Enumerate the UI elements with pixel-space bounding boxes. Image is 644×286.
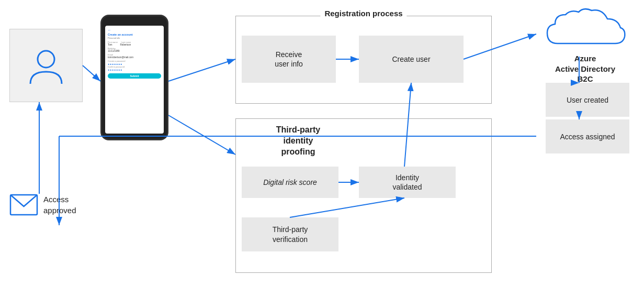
phone-subtitle: Personal info	[108, 37, 161, 39]
identity-validated-label: Identityvalidated	[392, 173, 422, 192]
phone-submit-button[interactable]: Submit	[108, 73, 161, 79]
digital-risk-score-label: Digital risk score	[263, 178, 317, 187]
create-user-box: Create user	[359, 36, 464, 83]
third-party-verification-box: Third-partyverification	[242, 217, 338, 251]
azure-cloud-area: AzureActive DirectoryB2C	[537, 4, 634, 84]
registration-process-title: Registration process	[320, 9, 406, 18]
phone-field-value-name: Tom Robertson	[108, 43, 161, 46]
azure-title: AzureActive DirectoryB2C	[537, 53, 634, 84]
third-party-verification-label: Third-partyverification	[273, 225, 308, 244]
receive-user-info-label: Receiveuser info	[275, 50, 303, 69]
arrow-phone-to-reg	[168, 59, 235, 81]
cloud-icon	[537, 4, 634, 57]
user-created-box: User created	[546, 83, 629, 117]
diagram: ← Create an account Personal info First …	[0, 0, 644, 286]
envelope-icon	[9, 194, 38, 216]
arrow-phone-to-thirdparty	[168, 115, 235, 155]
phone-back-arrow: ←	[108, 28, 161, 32]
create-user-label: Create user	[392, 54, 430, 64]
arrow-user-to-phone	[83, 65, 100, 81]
user-created-label: User created	[567, 96, 608, 104]
access-assigned-label: Access assigned	[560, 133, 615, 141]
access-approved-area: Access approved	[9, 194, 101, 216]
digital-risk-score-box: Digital risk score	[242, 167, 338, 198]
phone: ← Create an account Personal info First …	[100, 15, 168, 140]
svg-point-0	[38, 51, 54, 68]
phone-dots-cpw: ●●●●●●●	[108, 68, 161, 71]
receive-user-info-box: Receiveuser info	[242, 36, 336, 83]
user-box	[9, 29, 83, 102]
phone-title: Create an account	[108, 33, 161, 36]
phone-screen: ← Create an account Personal info First …	[105, 26, 164, 134]
identity-validated-box: Identityvalidated	[359, 167, 456, 198]
phone-field-value-email: tomrobertson@mail.com	[108, 56, 161, 59]
third-party-title: Third-partyidentity proofing	[267, 125, 330, 157]
access-approved-label: Access approved	[43, 194, 101, 216]
phone-field-value-bday: 11/11/1989	[108, 50, 161, 52]
access-assigned-box: Access assigned	[546, 119, 629, 153]
user-icon	[25, 45, 67, 86]
